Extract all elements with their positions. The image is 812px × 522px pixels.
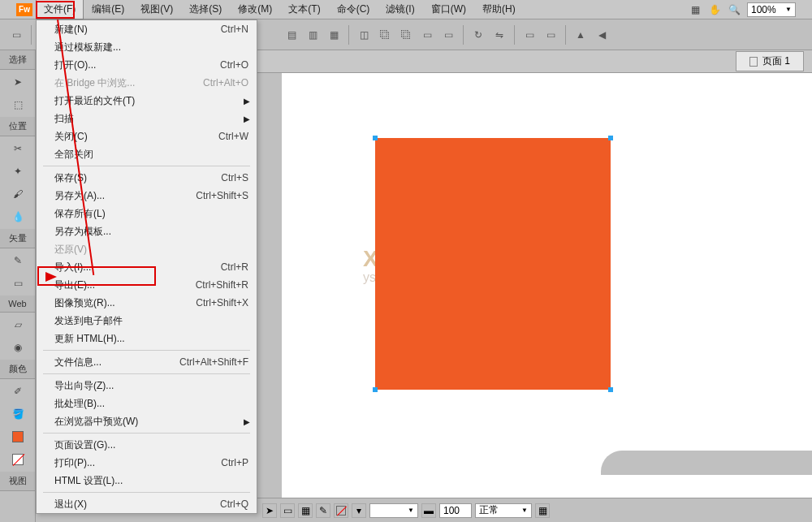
menu-command[interactable]: 命令(C) [329,0,378,19]
canvas[interactable]: X I 网 ystem.com [282,73,812,498]
tools-section-label: 矢量 [0,229,35,248]
group-icon[interactable]: ▦ [324,25,343,45]
resize-handle[interactable] [373,136,378,140]
menu-item[interactable]: 打开(O)...Ctrl+O [37,56,257,74]
stroke-select[interactable]: ▼ [369,503,418,518]
menu-window[interactable]: 窗口(W) [423,0,474,19]
texture-icon[interactable]: ▦ [535,503,550,518]
export-icon[interactable]: ▭ [520,25,539,45]
menu-file[interactable]: 文件(F) [36,0,84,19]
menu-item[interactable]: 更新 HTML(H)... [37,330,257,347]
menu-filter[interactable]: 滤镜(I) [378,0,422,19]
menu-item[interactable]: 打印(P)...Ctrl+P [37,454,257,472]
menubar: Fw 文件(F) 编辑(E) 视图(V) 选择(S) 修改(M) 文本(T) 命… [0,0,812,19]
document-icon[interactable]: ▭ [6,25,26,45]
menu-item[interactable]: 图像预览(R)...Ctrl+Shift+X [37,294,257,312]
menu-item[interactable]: 在浏览器中预览(W)▶ [37,412,257,430]
menu-item[interactable]: HTML 设置(L)... [37,472,257,490]
distribute-icon[interactable]: ▥ [303,25,322,45]
crop-tool-icon[interactable]: ✂ [2,138,34,159]
hand-icon[interactable]: ✋ [708,3,721,16]
rect-tool-icon[interactable]: ▭ [2,273,34,294]
menu-item[interactable]: 通过模板新建... [37,38,257,56]
menu-item: 在 Bridge 中浏览...Ctrl+Alt+O [37,74,257,92]
menu-item[interactable]: 退出(X)Ctrl+Q [37,495,257,513]
hotspot-tool-icon[interactable]: ◉ [2,337,34,358]
flip-icon[interactable]: ⇋ [490,25,509,45]
clone-icon[interactable]: ◫ [354,25,374,45]
menu-item[interactable]: 扫描▶ [37,110,257,127]
tools-section-label: 视图 [0,472,35,491]
page-mode-icon[interactable]: ▭ [280,503,295,518]
resize-handle[interactable] [373,387,378,392]
rotate-icon[interactable]: ↻ [469,25,488,45]
eyedropper-tool-icon[interactable]: ✐ [2,381,34,402]
swatch2-icon[interactable] [2,449,34,470]
blend-mode-select[interactable]: 正常▼ [475,503,532,518]
slice-tool-icon[interactable]: ▱ [2,314,34,335]
chevron-right-icon: ▶ [244,417,250,426]
import-icon[interactable]: ▭ [541,25,560,45]
tools-section-label: 位置 [0,117,35,136]
opacity-input[interactable]: 100 [439,503,472,518]
menu-modify[interactable]: 修改(M) [230,0,280,19]
pen-tool-icon[interactable]: ✎ [2,250,34,271]
options-icon[interactable]: ▾ [352,503,366,518]
flip-h-icon[interactable]: ▲ [571,25,590,45]
resize-handle[interactable] [608,136,613,140]
menu-item[interactable]: 另存为模板... [37,222,257,240]
menu-item[interactable]: 导出向导(Z)... [37,377,257,395]
status-bar: ➤ ▭ ▦ ✎ ▾ ▼ ▬ 100 正常▼ ▦ [257,498,812,522]
chevron-right-icon: ▶ [244,97,250,106]
flip-v-icon[interactable]: ◀ [592,25,611,45]
back-icon[interactable]: ▭ [438,25,458,45]
stroke-icon[interactable]: ✎ [316,503,330,518]
slice-mode-icon[interactable]: ▦ [298,503,313,518]
fill-swatch-icon[interactable]: ▬ [421,503,436,518]
menu-item[interactable]: 关闭(C)Ctrl+W [37,127,257,145]
menu-item[interactable]: 文件信息...Ctrl+Alt+Shift+F [37,353,257,371]
wand-tool-icon[interactable]: ✦ [2,161,34,182]
swatch-icon[interactable] [2,426,34,447]
zoom-icon[interactable]: 🔍 [728,3,741,16]
menu-item[interactable]: 全部关闭 [37,145,257,163]
menu-item[interactable]: 打开最近的文件(T)▶ [37,92,257,110]
tab-bar: 页面 1 [257,50,812,73]
no-stroke-icon[interactable] [334,503,348,518]
brush-tool-icon[interactable]: 🖌 [2,183,34,205]
resize-handle[interactable] [608,387,613,392]
menu-item[interactable]: 新建(N)Ctrl+N [37,20,257,38]
menu-item[interactable]: 另存为(A)...Ctrl+Shift+S [37,187,257,205]
align-icon[interactable]: ▤ [282,25,301,45]
subselect-tool-icon[interactable]: ⬚ [2,94,34,115]
menu-view[interactable]: 视图(V) [132,0,181,19]
menu-item[interactable]: 保存(S)Ctrl+S [37,169,257,187]
pointer-mode-icon[interactable]: ➤ [262,503,277,518]
paste-icon[interactable]: ⿻ [396,25,416,45]
chevron-right-icon: ▶ [244,114,250,123]
copy-icon[interactable]: ⿻ [375,25,395,45]
menu-item[interactable]: 页面设置(G)... [37,436,257,454]
menu-item[interactable]: 保存所有(L) [37,205,257,222]
page-tab[interactable]: 页面 1 [736,51,804,71]
zoom-input[interactable]: 100%▼ [747,2,796,17]
bridge-icon[interactable]: ▦ [689,3,702,16]
menu-text[interactable]: 文本(T) [280,0,328,19]
menu-edit[interactable]: 编辑(E) [84,0,132,19]
menu-help[interactable]: 帮助(H) [474,0,524,19]
drop-tool-icon[interactable]: 💧 [2,206,34,227]
menu-item[interactable]: 导出(E)...Ctrl+Shift+R [37,276,257,294]
menu-select[interactable]: 选择(S) [181,0,230,19]
menu-item[interactable]: 导入(I)...Ctrl+R [37,258,257,276]
file-menu-dropdown: 新建(N)Ctrl+N通过模板新建...打开(O)...Ctrl+O在 Brid… [36,19,257,514]
selected-rectangle[interactable] [375,138,611,390]
menu-item[interactable]: 批处理(B)... [37,395,257,412]
panel-edge [601,451,812,475]
page-icon [749,57,758,67]
chevron-down-icon: ▼ [785,6,792,13]
canvas-area: 页面 1 X I 网 ystem.com [257,50,812,498]
front-icon[interactable]: ▭ [417,25,437,45]
pointer-tool-icon[interactable]: ➤ [2,71,34,93]
menu-item[interactable]: 发送到电子邮件 [37,312,257,330]
fill-tool-icon[interactable]: 🪣 [2,403,34,425]
